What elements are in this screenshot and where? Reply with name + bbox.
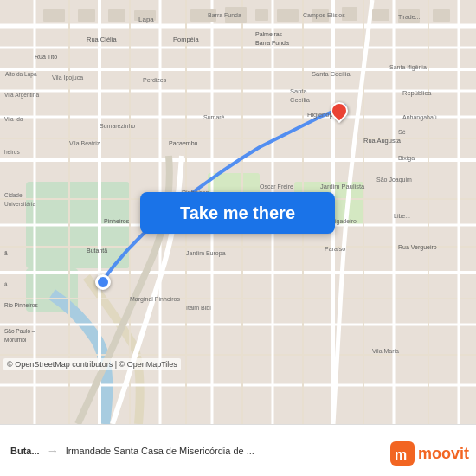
svg-text:Vila Ipojuca: Vila Ipojuca — [52, 74, 83, 81]
svg-text:heiros: heiros — [4, 149, 20, 155]
moovit-logo-text: moovit — [418, 445, 469, 463]
svg-text:Rua Augusta: Rua Augusta — [363, 137, 402, 145]
svg-text:Alto da Lapa: Alto da Lapa — [5, 71, 37, 78]
map-container: Lapa Barra Funda Campos Elísios Tirade..… — [0, 0, 476, 424]
svg-rect-42 — [277, 9, 299, 22]
svg-text:Barra Funda: Barra Funda — [255, 40, 289, 46]
svg-text:Paraíso: Paraíso — [325, 246, 345, 252]
svg-rect-35 — [43, 9, 65, 22]
svg-text:Sé: Sé — [398, 129, 406, 135]
svg-rect-45 — [372, 9, 389, 21]
svg-text:Rio Pinheiros: Rio Pinheiros — [4, 302, 38, 308]
svg-text:Morumbi: Morumbi — [4, 337, 26, 343]
destination-marker — [331, 102, 348, 125]
svg-rect-47 — [433, 9, 450, 22]
moovit-icon: m — [390, 441, 415, 466]
svg-text:Rua Tito: Rua Tito — [35, 54, 57, 60]
svg-text:Oscar Freire: Oscar Freire — [260, 183, 293, 190]
origin-marker — [95, 274, 111, 290]
svg-text:Vila Argentina: Vila Argentina — [4, 92, 39, 99]
svg-text:Pinheiros: Pinheiros — [104, 218, 130, 224]
svg-text:Santa Cecília: Santa Cecília — [312, 70, 351, 78]
svg-text:São Joaquim: São Joaquim — [376, 177, 412, 183]
svg-text:Barra Funda: Barra Funda — [208, 12, 241, 18]
svg-text:Itaim Bibi: Itaim Bibi — [186, 305, 211, 311]
bottom-bar: Buta... → Irmandade Santa Casa de Miseri… — [0, 424, 476, 476]
svg-text:Rua Vergueiro: Rua Vergueiro — [398, 244, 437, 251]
svg-text:República: República — [402, 89, 432, 97]
svg-text:Santa: Santa — [290, 87, 307, 95]
svg-text:Santa Ifigênia: Santa Ifigênia — [389, 64, 427, 71]
svg-text:Bixiga: Bixiga — [398, 155, 415, 162]
svg-text:ã: ã — [4, 250, 8, 256]
svg-text:Butantã: Butantã — [87, 248, 107, 254]
svg-text:Jardim Paulista: Jardim Paulista — [320, 183, 365, 190]
svg-text:Cecília: Cecília — [290, 96, 311, 104]
svg-rect-37 — [108, 9, 125, 22]
svg-text:Palmeiras-: Palmeiras- — [255, 31, 285, 37]
svg-text:Rua Clélia: Rua Clélia — [87, 35, 117, 43]
svg-text:Vila Beatriz: Vila Beatriz — [69, 140, 100, 146]
arrow-icon: → — [47, 444, 59, 458]
svg-text:Vila Maria: Vila Maria — [372, 348, 399, 354]
svg-text:Sumarezinho: Sumarezinho — [100, 123, 135, 129]
svg-rect-36 — [78, 9, 95, 22]
svg-text:Pacaembu: Pacaembu — [169, 140, 198, 146]
svg-text:Vila Ida: Vila Ida — [4, 116, 23, 122]
cta-button-label: Take me there — [180, 203, 295, 223]
svg-text:Sumaré: Sumaré — [203, 114, 225, 120]
svg-text:Campos Elísios: Campos Elísios — [303, 12, 345, 19]
svg-text:Universitária: Universitária — [4, 201, 36, 207]
svg-text:São Paulo –: São Paulo – — [4, 328, 35, 334]
origin-label: Buta... — [10, 446, 40, 456]
svg-text:Lapa: Lapa — [138, 16, 154, 23]
svg-text:m: m — [395, 447, 407, 462]
svg-text:Marginal Pinheiros: Marginal Pinheiros — [130, 296, 180, 303]
map-attribution: © OpenStreetMap contributors | © OpenMap… — [3, 358, 181, 370]
moovit-logo: m moovit — [390, 441, 469, 466]
svg-text:Anhangabaú: Anhangabaú — [402, 114, 437, 121]
svg-text:Jardim Europa: Jardim Europa — [186, 250, 226, 257]
take-me-there-button[interactable]: Take me there — [140, 192, 335, 234]
svg-text:Tirade...: Tirade... — [398, 14, 420, 20]
svg-text:Libe...: Libe... — [394, 213, 410, 219]
svg-rect-41 — [255, 9, 268, 21]
svg-text:Pompéia: Pompéia — [173, 35, 199, 43]
svg-text:Perdizes: Perdizes — [143, 77, 167, 83]
svg-text:Cidade: Cidade — [4, 192, 23, 198]
